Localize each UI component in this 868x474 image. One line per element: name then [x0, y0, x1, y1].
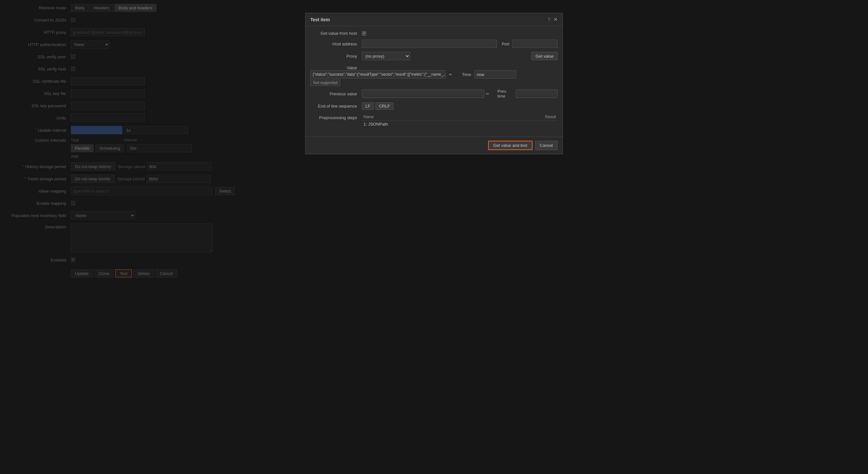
eol-buttons: LF CRLF	[362, 102, 394, 110]
eol-label: End of line sequence	[310, 104, 362, 109]
host-address-row: Host address Port	[310, 39, 558, 48]
table-row: 1: JSONPath	[362, 120, 558, 128]
get-value-button[interactable]: Get value	[531, 52, 558, 60]
modal-header: Test item ? ✕	[306, 13, 562, 26]
modal-title: Test item	[310, 17, 330, 22]
modal-overlay: Test item ? ✕ Get value from host Host a…	[0, 0, 868, 474]
port-input[interactable]	[513, 39, 558, 48]
prev-time-label: Prev. time	[497, 89, 514, 98]
not-supported-badge: Not supported	[310, 80, 340, 86]
preprocessing-result-cell	[491, 120, 558, 128]
value-row: Value {"status":"success","data":{"resul…	[310, 64, 558, 85]
previous-value-input[interactable]	[362, 90, 484, 98]
get-value-checkbox-wrap	[362, 31, 366, 36]
value-label: Value	[310, 64, 362, 70]
test-item-modal: Test item ? ✕ Get value from host Host a…	[305, 13, 563, 154]
eol-row: End of line sequence LF CRLF	[310, 102, 558, 110]
proxy-label: Proxy	[310, 54, 362, 59]
proxy-row: Proxy (no proxy) Get value	[310, 52, 558, 60]
previous-value-label: Previous value	[310, 91, 362, 96]
value-container: {"status":"success","data":{"resultType"…	[310, 70, 516, 85]
preprocessing-name-col: Name	[362, 114, 491, 120]
modal-body: Get value from host Host address Port Pr…	[306, 26, 562, 137]
time-input[interactable]: now	[474, 70, 516, 79]
prev-time-input[interactable]	[516, 90, 558, 98]
modal-cancel-button[interactable]: Cancel	[535, 141, 558, 150]
time-label: Time	[462, 72, 471, 77]
host-address-input[interactable]	[362, 39, 497, 48]
modal-close-button[interactable]: ✕	[553, 17, 558, 23]
not-supported-container: Not supported	[310, 80, 516, 85]
value-edit-icon[interactable]: ✏	[447, 71, 454, 78]
modal-footer: Get value and test Cancel	[306, 137, 562, 154]
get-value-and-test-button[interactable]: Get value and test	[488, 141, 532, 150]
get-value-from-host-label: Get value from host	[310, 31, 362, 36]
lf-button[interactable]: LF	[362, 102, 374, 110]
preprocessing-row: Preprocessing steps Name Result 1: JSONP…	[310, 114, 558, 128]
get-value-from-host-row: Get value from host	[310, 31, 558, 36]
preprocessing-step-cell: 1: JSONPath	[362, 120, 491, 128]
preprocessing-table: Name Result 1: JSONPath	[362, 114, 558, 128]
modal-header-actions: ? ✕	[548, 17, 558, 23]
crlf-button[interactable]: CRLF	[375, 102, 394, 110]
value-display: {"status":"success","data":{"resultType"…	[310, 70, 445, 79]
preprocessing-label: Preprocessing steps	[310, 114, 362, 120]
value-row-inner: {"status":"success","data":{"resultType"…	[310, 70, 516, 79]
help-icon[interactable]: ?	[548, 17, 550, 22]
previous-value-row: Previous value ✏ Prev. time	[310, 89, 558, 98]
preprocessing-result-col: Result	[491, 114, 558, 120]
prev-value-edit-icon[interactable]: ✏	[484, 91, 491, 97]
proxy-select[interactable]: (no proxy)	[362, 52, 410, 60]
get-value-checkbox[interactable]	[362, 31, 366, 36]
port-label: Port	[502, 41, 509, 47]
host-address-label: Host address	[310, 41, 362, 47]
